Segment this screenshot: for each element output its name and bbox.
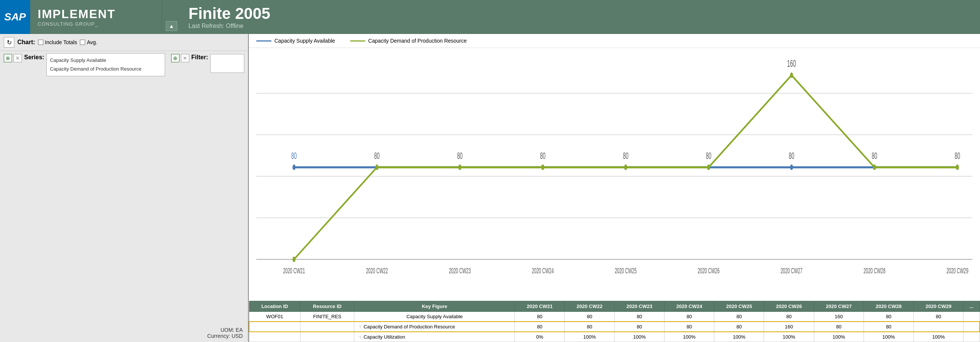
table-row-demand: Capacity Demand of Production Resource 8… <box>249 321 980 332</box>
refresh-button[interactable]: ↻ <box>4 37 14 48</box>
col-header-cw27: 2020 CW27 <box>814 301 864 312</box>
filter-add-button[interactable]: ⊕ <box>171 54 180 62</box>
series-controls: ⊕ ✕ <box>4 54 22 62</box>
svg-point-28 <box>624 165 627 170</box>
cell-keyfigure-3: Capacity Utilization <box>354 332 515 342</box>
cell-cw25-util: 100% <box>714 332 764 342</box>
title-section: Finite 2005 Last Refresh: Offline <box>181 0 980 34</box>
cell-cw28-supply: 80 <box>864 312 913 322</box>
cell-cw29-demand <box>914 321 963 332</box>
sap-logo: SAP <box>1 10 29 24</box>
series-add-button[interactable]: ⊕ <box>4 54 12 62</box>
avg-checkbox[interactable] <box>80 40 85 45</box>
svg-text:80: 80 <box>540 151 546 161</box>
table-header-row: Location ID Resource ID Key Figure 2020 … <box>249 301 980 312</box>
cell-extra-util <box>963 332 980 342</box>
currency-label: Currency: USD <box>5 333 243 339</box>
filter-section: ⊕ ✕ Filter: <box>171 54 244 73</box>
svg-point-32 <box>956 165 959 170</box>
filter-box[interactable] <box>210 54 244 73</box>
col-header-location: Location ID <box>249 301 301 312</box>
svg-text:2020 CW28: 2020 CW28 <box>864 266 885 275</box>
cell-cw25-demand: 80 <box>714 321 764 332</box>
svg-text:80: 80 <box>955 151 960 161</box>
cell-cw25-supply: 80 <box>714 312 764 322</box>
cell-location-2 <box>249 321 301 332</box>
col-header-extra: ... <box>963 301 980 312</box>
col-header-cw28: 2020 CW28 <box>864 301 913 312</box>
legend-demand: Capacity Demand of Production Resource <box>350 38 467 44</box>
filter-remove-button[interactable]: ✕ <box>181 54 189 62</box>
legend-supply: Capacity Supply Available <box>256 38 335 44</box>
series-row: ⊕ ✕ Series: Capacity Supply Available Ca… <box>0 51 248 78</box>
col-header-resource: Resource ID <box>301 301 354 312</box>
app-header: SAP IMPLEMENT CONSULTING GROUP_ ▲ Finite… <box>0 0 980 34</box>
svg-point-12 <box>790 165 793 170</box>
uom-label: UOM: EA <box>5 327 243 333</box>
cell-resource-3 <box>301 332 354 342</box>
svg-text:2020 CW24: 2020 CW24 <box>532 266 554 275</box>
data-table: Location ID Resource ID Key Figure 2020 … <box>249 301 980 342</box>
col-header-cw23: 2020 CW23 <box>614 301 664 312</box>
svg-text:2020 CW22: 2020 CW22 <box>366 266 388 275</box>
avg-group: Avg. <box>80 39 97 45</box>
demand-tree-indent: Capacity Demand of Production Resource <box>357 324 455 329</box>
include-totals-group: Include Totals <box>38 39 77 45</box>
col-header-cw22: 2020 CW22 <box>565 301 614 312</box>
cell-keyfigure-1: Capacity Supply Available <box>354 312 515 322</box>
legend-supply-label: Capacity Supply Available <box>274 38 335 44</box>
col-header-cw26: 2020 CW26 <box>764 301 814 312</box>
series-item-2[interactable]: Capacity Demand of Production Resource <box>50 64 161 73</box>
cell-cw27-util: 100% <box>814 332 864 342</box>
cell-cw28-demand: 80 <box>864 321 913 332</box>
nav-up-button[interactable]: ▲ <box>166 21 177 31</box>
svg-text:80: 80 <box>374 151 380 161</box>
svg-text:2020 CW26: 2020 CW26 <box>698 266 719 275</box>
svg-point-27 <box>541 165 544 170</box>
include-totals-checkbox[interactable] <box>38 40 43 45</box>
sap-logo-section: SAP <box>0 0 30 34</box>
legend-demand-label: Capacity Demand of Production Resource <box>368 38 467 44</box>
chart-label: Chart: <box>18 39 35 46</box>
cell-resource-1: FINITE_RES <box>301 312 354 322</box>
svg-point-29 <box>707 165 710 170</box>
svg-text:2020 CW27: 2020 CW27 <box>781 266 802 275</box>
toolbar-row: ↻ Chart: Include Totals Avg. <box>0 34 248 51</box>
cell-cw26-util: 100% <box>764 332 814 342</box>
cell-cw29-util: 100% <box>914 332 963 342</box>
page-subtitle: Last Refresh: Offline <box>188 22 972 29</box>
cell-cw23-util: 100% <box>614 332 664 342</box>
cell-cw26-demand: 160 <box>764 321 814 332</box>
svg-point-6 <box>293 165 296 170</box>
include-totals-label: Include Totals <box>45 39 77 45</box>
chart-legend: Capacity Supply Available Capacity Deman… <box>249 34 980 48</box>
col-header-cw21: 2020 CW21 <box>515 301 565 312</box>
filter-label: Filter: <box>191 54 208 61</box>
cell-cw26-supply: 80 <box>764 312 814 322</box>
cell-location-1: WOF01 <box>249 312 301 322</box>
svg-text:80: 80 <box>291 151 297 161</box>
brand-title: IMPLEMENT <box>38 7 154 21</box>
main-content: ↻ Chart: Include Totals Avg. ⊕ ✕ Series:… <box>0 34 980 342</box>
cell-cw29-supply: 80 <box>914 312 963 322</box>
svg-text:80: 80 <box>789 151 794 161</box>
svg-point-30 <box>790 72 793 78</box>
chart-svg: 80 80 80 80 80 80 80 80 80 <box>256 52 972 301</box>
nav-section: ▲ <box>162 0 181 34</box>
svg-text:80: 80 <box>623 151 628 161</box>
cell-cw21-demand: 80 <box>515 321 565 332</box>
cell-cw23-demand: 80 <box>614 321 664 332</box>
cell-cw28-util: 100% <box>864 332 913 342</box>
legend-demand-line <box>350 40 365 42</box>
col-header-cw29: 2020 CW29 <box>914 301 963 312</box>
svg-text:2020 CW23: 2020 CW23 <box>449 266 471 275</box>
series-remove-button[interactable]: ✕ <box>14 54 22 62</box>
cell-cw27-supply: 160 <box>814 312 864 322</box>
table-row-supply: WOF01 FINITE_RES Capacity Supply Availab… <box>249 312 980 322</box>
legend-supply-line <box>256 40 271 42</box>
util-tree-indent: Capacity Utilization <box>357 334 405 340</box>
series-item-1[interactable]: Capacity Supply Available <box>50 56 161 64</box>
svg-text:2020 CW29: 2020 CW29 <box>947 266 968 275</box>
cell-extra-demand <box>963 321 980 332</box>
table-section: Location ID Resource ID Key Figure 2020 … <box>249 301 980 342</box>
